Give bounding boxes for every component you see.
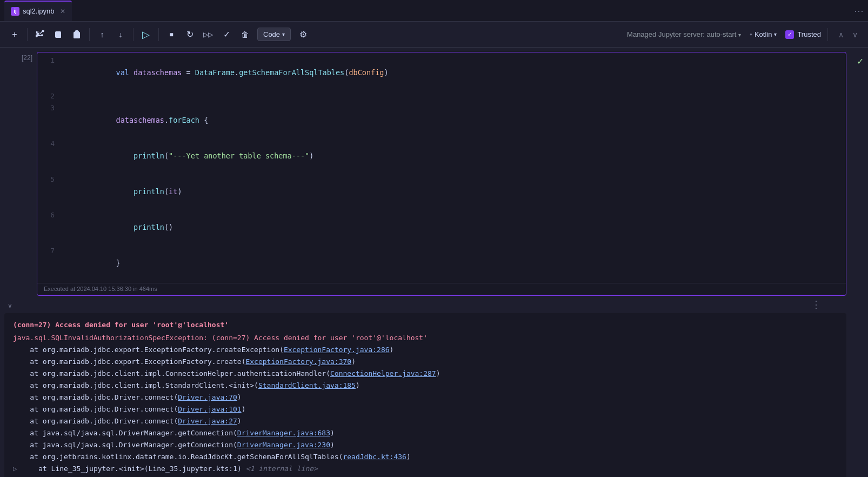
execution-metadata-text: Executed at 2024.04.10 15:36:30 in 464ms — [44, 286, 157, 292]
stack-suffix-9: ) — [330, 440, 335, 451]
plain-space-brace: { — [199, 116, 208, 124]
trusted-label: ✓ Trusted — [785, 30, 821, 39]
plain-rp4: ) — [309, 151, 313, 160]
fn-println2: println — [133, 187, 164, 196]
trusted-checkbox[interactable]: ✓ — [785, 30, 794, 39]
output-error-header: (conn=27) Access denied for user 'root'@… — [13, 320, 838, 330]
paste-button[interactable] — [69, 27, 85, 43]
var-dataschemas: dataschemas — [133, 68, 182, 77]
plain-lp5: ( — [164, 187, 169, 196]
stack-line-4: at org.mariadb.jdbc.client.impl.Standard… — [13, 380, 838, 391]
code-line-5: 5 println(it) — [37, 174, 846, 209]
code-line-6: 6 println() — [37, 209, 846, 245]
stack-link-9[interactable]: DriverManager.java:230 — [237, 440, 330, 451]
cell-22-execution-count: [22] — [22, 54, 32, 62]
stack-line-2: at org.mariadb.jdbc.export.ExceptionFact… — [13, 356, 838, 367]
cell-22: [22] 1 val dataschemas = DataFrame.getSc… — [0, 52, 868, 296]
stack-link-10[interactable]: readJdbc.kt:436 — [343, 452, 406, 462]
stack-link-7[interactable]: Driver.java:27 — [178, 416, 237, 427]
more-tabs-button[interactable]: ⋯ — [854, 5, 864, 17]
stack-suffix-1: ) — [390, 345, 394, 355]
output-collapse-button[interactable]: ∨ — [4, 300, 15, 311]
code-editor[interactable]: 1 val dataschemas = DataFrame.getSchemaF… — [37, 52, 846, 283]
stack-link-8[interactable]: DriverManager.java:683 — [237, 428, 330, 439]
expand-icon[interactable]: ▷ — [13, 463, 17, 474]
scroll-up-button[interactable]: ∧ — [834, 28, 847, 41]
cell-type-selector[interactable]: Code ▾ — [257, 28, 291, 41]
last-line-prefix: at Line_35_jupyter.<init>(Line_35.jupyte… — [22, 463, 242, 474]
indent-4 — [116, 151, 134, 160]
plain-eq: = — [182, 68, 195, 77]
line-content-1: val dataschemas = DataFrame.getSchemaFor… — [63, 55, 842, 90]
restart-button[interactable]: ↻ — [182, 27, 198, 43]
line-number-6: 6 — [42, 209, 55, 221]
delete-button[interactable]: 🗑 — [237, 27, 253, 43]
copy-button[interactable] — [50, 27, 66, 43]
toolbar-separator-5 — [827, 28, 828, 41]
plain-dot2: . — [164, 116, 169, 124]
stack-suffix-8: ) — [330, 428, 335, 439]
cut-button[interactable] — [32, 27, 48, 43]
toolbar-chevrons: ∧ ∨ — [834, 28, 862, 41]
stack-link-1[interactable]: ExceptionFactory.java:286 — [284, 345, 390, 355]
stack-line-10: at org.jetbrains.kotlinx.dataframe.io.Re… — [13, 452, 838, 462]
toolbar: + ↑ ↓ ▷ ■ ↻ ▷▷ ✓ 🗑 Co — [0, 22, 868, 48]
stack-suffix-4: ) — [356, 380, 360, 391]
plain-rparen1: ) — [384, 68, 388, 77]
plain-lp4: ( — [164, 151, 169, 160]
var-dataschemas2: dataschemas — [116, 116, 164, 124]
run-all-button[interactable]: ▷▷ — [200, 27, 216, 43]
notebook: [22] 1 val dataschemas = DataFrame.getSc… — [0, 48, 868, 477]
paste-icon — [72, 30, 81, 39]
run-icon: ▷ — [142, 29, 150, 41]
trusted-text: Trusted — [797, 30, 821, 38]
kernel-name: Kotlin — [755, 30, 772, 38]
stack-suffix-6: ) — [242, 404, 246, 415]
run-cell-button[interactable]: ▷ — [138, 27, 154, 43]
toolbar-separator-2 — [89, 28, 90, 41]
scissors-icon — [36, 30, 44, 39]
stack-text-3: at org.mariadb.jdbc.client.impl.Connecti… — [13, 368, 330, 379]
stack-link-4[interactable]: StandardClient.java:185 — [258, 380, 356, 391]
stack-link-5[interactable]: Driver.java:70 — [178, 392, 237, 403]
cell-type-label: Code — [263, 30, 280, 38]
fn-getschema: getSchemaForAllSqlTables — [239, 68, 344, 77]
toolbar-separator-4 — [158, 28, 159, 41]
output-more-button[interactable]: ⋮ — [810, 298, 823, 311]
fn-println1: println — [133, 151, 164, 160]
cell-22-body[interactable]: 1 val dataschemas = DataFrame.getSchemaF… — [37, 52, 846, 296]
toolbar-right: Managed Jupyter server: auto-start ▾ ● K… — [627, 28, 862, 41]
output-body: (conn=27) Access denied for user 'root'@… — [4, 313, 846, 477]
output-header: ∨ — [4, 298, 846, 313]
stop-button[interactable]: ■ — [163, 27, 179, 43]
stack-suffix-7: ) — [237, 416, 242, 427]
stack-line-3: at org.mariadb.jdbc.client.impl.Connecti… — [13, 368, 838, 379]
add-cell-button[interactable]: + — [6, 27, 23, 43]
stack-suffix-3: ) — [436, 368, 440, 379]
stack-link-2[interactable]: ExceptionFactory.java:370 — [245, 356, 351, 367]
tab-sql2[interactable]: ij sql2.ipynb ✕ — [4, 1, 72, 21]
cell-settings-button[interactable]: ⚙ — [295, 27, 311, 43]
server-label[interactable]: Managed Jupyter server: auto-start ▾ — [627, 30, 741, 38]
keyword-val: val — [116, 68, 134, 77]
restart-icon: ↻ — [186, 29, 193, 39]
move-down-button[interactable]: ↓ — [112, 27, 129, 43]
checkmark-button[interactable]: ✓ — [218, 27, 235, 43]
internal-line-text: <1 internal line> — [246, 463, 318, 474]
copy-icon — [54, 30, 63, 39]
kernel-selector[interactable]: ● Kotlin ▾ — [745, 29, 781, 40]
cell-22-metadata: Executed at 2024.04.10 15:36:30 in 464ms — [37, 283, 846, 295]
toolbar-separator-3 — [133, 28, 133, 41]
stack-link-6[interactable]: Driver.java:101 — [178, 404, 241, 415]
line-number-4: 4 — [42, 138, 55, 150]
scroll-down-button[interactable]: ∨ — [849, 28, 862, 41]
stop-icon: ■ — [169, 31, 173, 38]
stack-line-8: at java.sql/java.sql.DriverManager.getCo… — [13, 428, 838, 439]
line-content-6: println() — [63, 209, 842, 245]
kernel-dropdown-icon: ▾ — [774, 31, 777, 37]
down-arrow-icon: ↓ — [119, 30, 123, 39]
tab-close-button[interactable]: ✕ — [60, 8, 65, 15]
move-up-button[interactable]: ↑ — [94, 27, 110, 43]
tab-bar: ij sql2.ipynb ✕ ⋯ — [0, 0, 868, 22]
stack-link-3[interactable]: ConnectionHelper.java:287 — [330, 368, 436, 379]
